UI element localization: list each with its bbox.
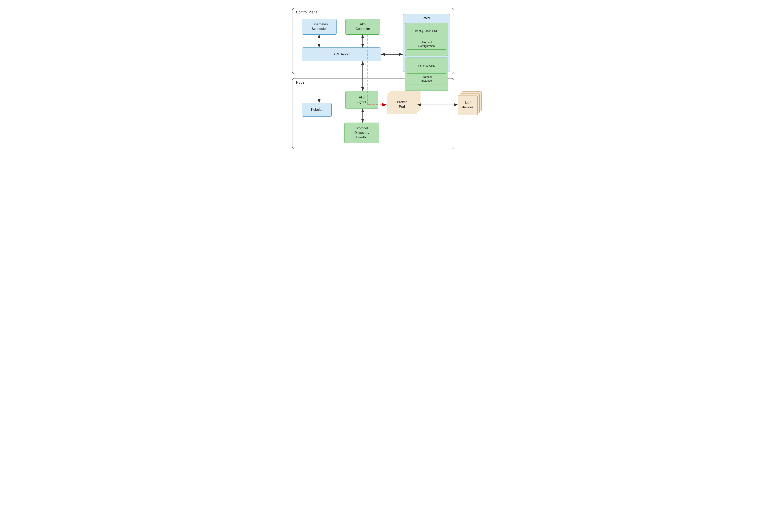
leaf-devices: leaf devices [458, 95, 478, 115]
instance-crd: Instance CRD Protocol Instance [405, 58, 448, 91]
protocol-config: Protocol Configuration [407, 39, 446, 50]
api-server: API Server [302, 47, 381, 61]
protocol-discovery-handler: protocol Discovery Handler [344, 123, 379, 143]
k8s-scheduler: Kubernetes Scheduler [302, 19, 337, 35]
etcd-label: etcd [405, 16, 448, 21]
kubelet: Kubelet [302, 103, 332, 117]
akri-controller: Akri Controller [345, 19, 380, 35]
main-diagram: Control Plane Node Kubernetes Scheduler … [290, 6, 484, 156]
broker-pod: Broker Pod [387, 95, 417, 114]
etcd-outer: etcd Configuration CRD Protocol Configur… [403, 14, 450, 72]
protocol-instance: Protocol Instance [407, 73, 446, 84]
config-crd: Configuration CRD Protocol Configuration [405, 23, 448, 56]
node-label2: Node [295, 80, 305, 85]
akri-agent: Akri Agent [345, 91, 378, 109]
control-plane-label: Control Plane [295, 10, 318, 14]
